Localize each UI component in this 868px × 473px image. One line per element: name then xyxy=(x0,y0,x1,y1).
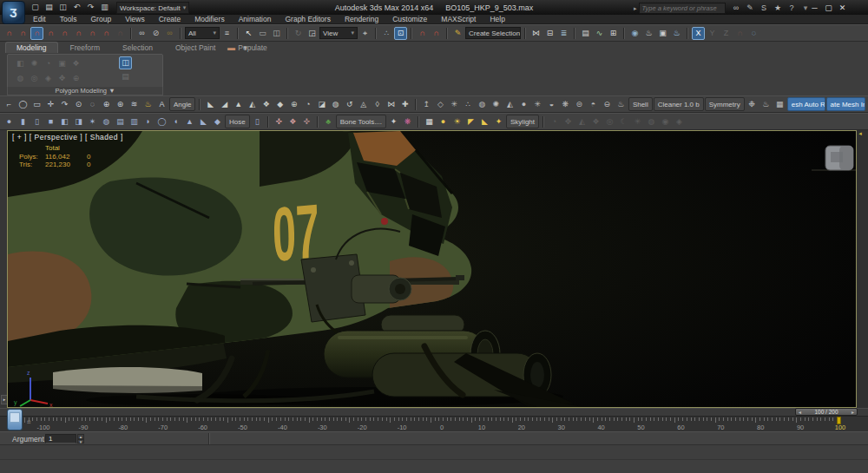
maximize-button[interactable]: ▢ xyxy=(822,2,835,15)
favorites-icon[interactable]: ★ xyxy=(772,2,785,15)
primitive-grid[interactable]: ▥ xyxy=(128,115,141,128)
ab-swap-tool[interactable]: A xyxy=(155,98,168,111)
menu-help[interactable]: Help xyxy=(483,15,511,23)
ik-tool-2[interactable]: ❖ xyxy=(286,115,299,128)
selection-dot-tool[interactable]: ⊙ xyxy=(72,98,85,111)
scatter-tool[interactable]: ❉ xyxy=(746,98,759,111)
skylight-button[interactable]: Skylight xyxy=(506,115,539,128)
object-tool-2[interactable]: ✳ xyxy=(531,98,544,111)
object-tool-8[interactable]: ♨ xyxy=(615,98,628,111)
search-icon[interactable]: ∞ xyxy=(730,2,743,15)
menu-group[interactable]: Group xyxy=(84,15,119,23)
poly-tool-15[interactable]: ✚ xyxy=(398,98,411,111)
argument-spinner[interactable]: ▲▼ xyxy=(77,434,84,443)
primitive-cylinder[interactable]: ▯ xyxy=(30,115,43,128)
object-tool-7[interactable]: ⊖ xyxy=(601,98,614,111)
rig-tool-3[interactable]: ◭ xyxy=(575,115,589,128)
bone-tools-button[interactable]: Bone Tools.... xyxy=(336,115,386,128)
arc-tool[interactable]: ↷ xyxy=(58,98,71,111)
rig-tool-6[interactable]: ☾ xyxy=(617,115,630,128)
rig-tool-8[interactable]: ◍ xyxy=(645,115,658,128)
checker-tool[interactable]: ▦ xyxy=(773,98,786,111)
bone-edit-icon[interactable]: ✦ xyxy=(387,115,400,128)
axis-constraint-z[interactable]: Z xyxy=(720,27,733,40)
rig-tool-5[interactable]: ◎ xyxy=(603,115,616,128)
subscription-icon[interactable]: ✎ xyxy=(744,2,757,15)
light-array-icon[interactable]: ▦ xyxy=(423,115,436,128)
frame-back-arrow[interactable]: ◄ xyxy=(798,410,802,415)
render-setup[interactable]: ♨ xyxy=(642,27,655,40)
viewport-label[interactable]: [ + ] [ Perspective ] [ Shaded ] xyxy=(12,133,123,141)
app-logo-icon[interactable]: Ӡ xyxy=(2,1,25,24)
search-go-icon[interactable]: ▸ xyxy=(634,5,637,12)
hose-icon[interactable]: ▯ xyxy=(251,115,264,128)
shell-button[interactable]: Shell xyxy=(628,97,653,111)
layer-manager[interactable]: ≣ xyxy=(557,27,570,40)
poly-tool-5[interactable]: ❖ xyxy=(260,98,273,111)
create-circle-tool[interactable]: ◯ xyxy=(16,98,30,111)
schematic-view[interactable]: ⊞ xyxy=(607,27,620,40)
select-by-name[interactable]: ≡ xyxy=(220,27,233,40)
menu-create[interactable]: Create xyxy=(152,15,188,23)
save-file-icon[interactable]: ◫ xyxy=(56,1,69,14)
frame-forward-arrow[interactable]: ► xyxy=(851,410,855,415)
menu-modifiers[interactable]: Modifiers xyxy=(187,15,231,23)
bone-chain-icon[interactable]: ❋ xyxy=(401,115,414,128)
primitive-capsule[interactable]: ▮ xyxy=(16,115,30,128)
mini-curve-editor-button[interactable] xyxy=(7,409,23,430)
axis-constraint-x[interactable]: X xyxy=(692,27,705,40)
sub-object-selection[interactable]: ◌ xyxy=(747,27,760,40)
menu-customize[interactable]: Customize xyxy=(385,15,434,23)
argument-field[interactable]: 1 xyxy=(45,434,76,443)
current-frame-marker[interactable] xyxy=(837,417,841,424)
mesh-tool-7[interactable]: ◭ xyxy=(503,98,516,111)
ribbon-btn-1[interactable]: ◧ xyxy=(14,57,27,70)
select-and-link[interactable]: ∞ xyxy=(135,27,148,40)
mesh-tool-6[interactable]: ✺ xyxy=(490,98,503,111)
render-production[interactable]: ♨ xyxy=(670,27,683,40)
workspace-dropdown[interactable]: Workspace: Default ▾ xyxy=(116,2,189,14)
primitive-prism[interactable]: ◣ xyxy=(197,115,210,128)
selection-filter-dropdown[interactable]: All▾ xyxy=(185,27,220,39)
ik-tool-1[interactable]: ✜ xyxy=(273,115,286,128)
spinner-snap-toggle[interactable]: ∩ xyxy=(72,27,85,40)
object-tool-1[interactable]: ● xyxy=(517,98,530,111)
ribbon-btn-4[interactable]: ▣ xyxy=(56,57,69,70)
snap-cursor-toggle[interactable]: ∩ xyxy=(86,27,99,40)
rig-tool-4[interactable]: ❖ xyxy=(589,115,602,128)
media-sync-icon[interactable]: ▬ xyxy=(225,43,238,53)
snap-toggle-25d[interactable]: ∩ xyxy=(16,27,30,40)
primitive-chamfer-box[interactable]: ◧ xyxy=(58,115,71,128)
open-file-icon[interactable]: ▤ xyxy=(43,1,56,14)
mesh-tool-1[interactable]: ↥ xyxy=(420,98,433,111)
primitive-tube[interactable]: ◗ xyxy=(141,115,155,128)
rectangular-selection-region[interactable]: ▭ xyxy=(256,27,269,40)
primitive-wedge[interactable]: ◨ xyxy=(72,115,85,128)
symmetry-button[interactable]: Symmetry xyxy=(705,97,745,111)
mesh-tool-3[interactable]: ✳ xyxy=(448,98,461,111)
keyboard-shortcut-override[interactable]: ⊡ xyxy=(394,27,407,40)
object-tool-5[interactable]: ⊜ xyxy=(573,98,586,111)
use-pivot-point-center[interactable]: ⌖ xyxy=(358,27,372,40)
infocenter-search-input[interactable] xyxy=(639,3,726,14)
object-tool-3[interactable]: ◒ xyxy=(545,98,558,111)
mesh-tool-2[interactable]: ◇ xyxy=(434,98,447,111)
primitive-torus[interactable]: ◯ xyxy=(155,115,168,128)
poly-tool-8[interactable]: ◔ xyxy=(301,98,314,111)
angle-button[interactable]: Angle xyxy=(169,97,195,111)
project-folder-icon[interactable]: ▥ xyxy=(98,1,111,14)
perspective-viewport[interactable]: 07 xyxy=(7,130,857,408)
ribbon-btn-3[interactable]: ◔ xyxy=(42,57,55,70)
object-tool-4[interactable]: ❋ xyxy=(559,98,572,111)
rig-tool-2[interactable]: ✥ xyxy=(562,115,575,128)
poly-tool-13[interactable]: ◊ xyxy=(371,98,384,111)
primitive-pyramid[interactable]: ▲ xyxy=(183,115,196,128)
bind-to-space-warp[interactable]: ∞ xyxy=(163,27,176,40)
subobject-top-button[interactable]: ◫ xyxy=(119,56,132,69)
free-light-icon[interactable]: ✦ xyxy=(492,115,505,128)
primitive-geosphere[interactable]: ◍ xyxy=(100,115,113,128)
select-and-scale[interactable]: ◲ xyxy=(306,27,319,40)
ik-tool-3[interactable]: ✜ xyxy=(300,115,313,128)
menu-tools[interactable]: Tools xyxy=(53,15,84,23)
named-selection-sets-dropdown[interactable]: Create Selection Se▾ xyxy=(465,27,521,39)
